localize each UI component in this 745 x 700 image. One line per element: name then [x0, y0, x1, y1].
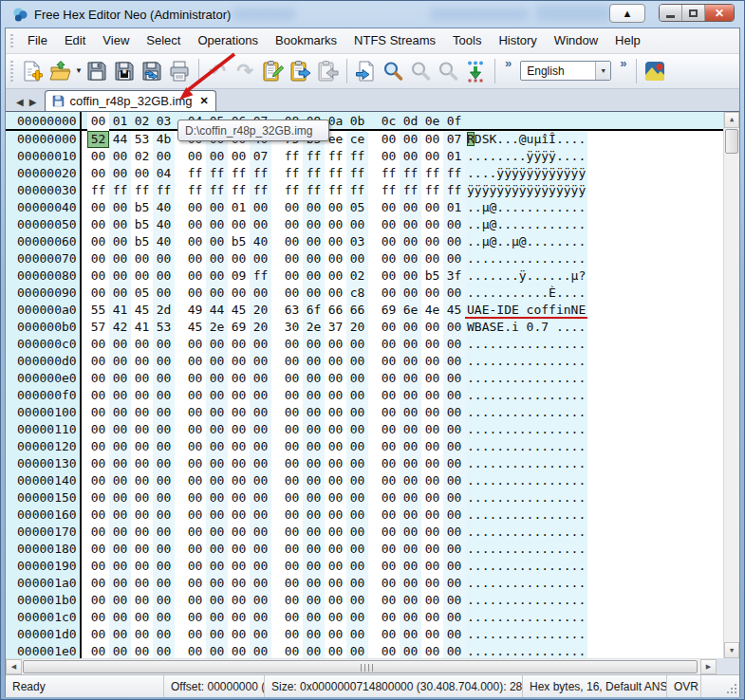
byte-cell[interactable]: 00	[250, 507, 271, 524]
ascii-cell[interactable]: ....ÿÿÿÿÿÿÿÿÿÿÿÿ	[465, 165, 587, 182]
byte-cell[interactable]: ff	[250, 165, 271, 182]
byte-cell[interactable]: 00	[325, 507, 346, 524]
byte-cell[interactable]: 00	[303, 609, 325, 626]
byte-cell[interactable]: 00	[153, 472, 175, 489]
byte-cell[interactable]: 00	[346, 507, 368, 524]
byte-cell[interactable]: 00	[131, 489, 153, 507]
edit-clipboard-button[interactable]	[259, 58, 286, 84]
byte-cell[interactable]: 00	[228, 507, 250, 524]
byte-cell[interactable]: 00	[206, 438, 228, 455]
byte-cell[interactable]: 00	[228, 592, 250, 609]
byte-cell[interactable]: 00	[400, 507, 421, 524]
byte-cell[interactable]: 00	[87, 165, 109, 182]
byte-cell[interactable]: 00	[378, 626, 400, 643]
byte-cell[interactable]: 00	[378, 319, 400, 336]
byte-cell[interactable]: 00	[346, 353, 368, 370]
byte-cell[interactable]: 00	[378, 455, 400, 472]
byte-cell[interactable]: 00	[184, 455, 206, 472]
byte-cell[interactable]: 00	[250, 353, 271, 370]
print-button[interactable]	[166, 58, 193, 84]
byte-cell[interactable]: 00	[228, 353, 250, 370]
byte-cell[interactable]: 00	[206, 592, 228, 609]
byte-cell[interactable]: 00	[281, 524, 303, 541]
byte-cell[interactable]: 00	[303, 370, 325, 387]
ascii-cell[interactable]: ................	[465, 524, 587, 541]
byte-cell[interactable]: 00	[281, 626, 303, 643]
byte-cell[interactable]: 00	[281, 387, 303, 404]
byte-cell[interactable]: 00	[346, 524, 368, 541]
byte-cell[interactable]: 00	[281, 592, 303, 609]
byte-cell[interactable]: 53	[131, 131, 153, 148]
byte-cell[interactable]: 00	[206, 643, 228, 658]
menu-tools[interactable]: Tools	[444, 30, 490, 50]
byte-cell[interactable]: 00	[109, 472, 131, 489]
byte-cell[interactable]: 00	[443, 319, 465, 336]
byte-cell[interactable]: 00	[421, 472, 443, 489]
byte-cell[interactable]: 02	[131, 148, 153, 165]
byte-cell[interactable]: ff	[109, 182, 131, 199]
byte-cell[interactable]: 00	[109, 524, 131, 541]
new-file-button[interactable]	[19, 58, 46, 84]
byte-cell[interactable]: ff	[378, 182, 400, 199]
byte-cell[interactable]: 00	[87, 370, 109, 387]
byte-cell[interactable]: ff	[325, 165, 346, 182]
byte-cell[interactable]: 00	[421, 643, 443, 658]
byte-cell[interactable]: 00	[109, 507, 131, 524]
byte-cell[interactable]: 37	[325, 319, 346, 336]
byte-cell[interactable]: 00	[228, 524, 250, 541]
byte-cell[interactable]: 00	[421, 609, 443, 626]
byte-cell[interactable]: 00	[109, 626, 131, 643]
byte-cell[interactable]: 00	[131, 455, 153, 472]
byte-cell[interactable]: 00	[400, 609, 421, 626]
byte-cell[interactable]: 00	[87, 489, 109, 507]
byte-cell[interactable]: 00	[153, 524, 175, 541]
byte-cell[interactable]: 00	[325, 233, 346, 250]
byte-cell[interactable]: 00	[153, 609, 175, 626]
byte-cell[interactable]: 00	[443, 524, 465, 541]
byte-cell[interactable]: ff	[250, 267, 271, 285]
byte-cell[interactable]: 00	[443, 472, 465, 489]
byte-cell[interactable]: 00	[87, 267, 109, 285]
byte-cell[interactable]: ff	[421, 182, 443, 199]
byte-cell[interactable]: 69	[378, 302, 400, 319]
ascii-cell[interactable]: ................	[465, 438, 587, 455]
byte-cell[interactable]: 00	[228, 489, 250, 507]
byte-cell[interactable]: 00	[325, 267, 346, 285]
byte-cell[interactable]: 00	[281, 609, 303, 626]
byte-cell[interactable]: 00	[325, 643, 346, 658]
byte-cell[interactable]: 57	[87, 319, 109, 336]
byte-cell[interactable]: 00	[184, 216, 206, 233]
byte-cell[interactable]: 00	[281, 285, 303, 302]
byte-cell[interactable]: 00	[131, 541, 153, 558]
byte-cell[interactable]: 00	[131, 165, 153, 182]
byte-cell[interactable]: 00	[443, 353, 465, 370]
scroll-left-button[interactable]: ◀	[6, 659, 22, 674]
byte-cell[interactable]: 41	[109, 302, 131, 319]
byte-cell[interactable]: 00	[250, 609, 271, 626]
byte-cell[interactable]: 00	[184, 524, 206, 541]
byte-cell[interactable]: 00	[250, 541, 271, 558]
byte-cell[interactable]: 41	[131, 319, 153, 336]
about-button[interactable]	[642, 58, 668, 84]
byte-cell[interactable]: 00	[131, 250, 153, 267]
byte-cell[interactable]: 00	[153, 387, 175, 404]
byte-cell[interactable]: 00	[303, 421, 325, 438]
byte-cell[interactable]: 00	[87, 626, 109, 643]
byte-cell[interactable]: ff	[206, 165, 228, 182]
byte-cell[interactable]: 00	[153, 575, 175, 592]
byte-cell[interactable]: 00	[206, 336, 228, 353]
byte-cell[interactable]: 00	[378, 472, 400, 489]
byte-cell[interactable]: 00	[184, 148, 206, 165]
ascii-cell[interactable]: ................	[465, 387, 587, 404]
byte-cell[interactable]: 00	[400, 319, 421, 336]
vertical-scroll-thumb[interactable]	[725, 129, 738, 154]
byte-cell[interactable]: 00	[378, 336, 400, 353]
byte-cell[interactable]: 00	[153, 489, 175, 507]
byte-cell[interactable]: 00	[228, 472, 250, 489]
maximize-button[interactable]	[682, 5, 705, 21]
byte-cell[interactable]: 00	[228, 404, 250, 421]
byte-cell[interactable]: 00	[184, 353, 206, 370]
byte-cell[interactable]: 00	[184, 438, 206, 455]
ascii-cell[interactable]: ................	[465, 421, 587, 438]
byte-cell[interactable]: 00	[421, 575, 443, 592]
